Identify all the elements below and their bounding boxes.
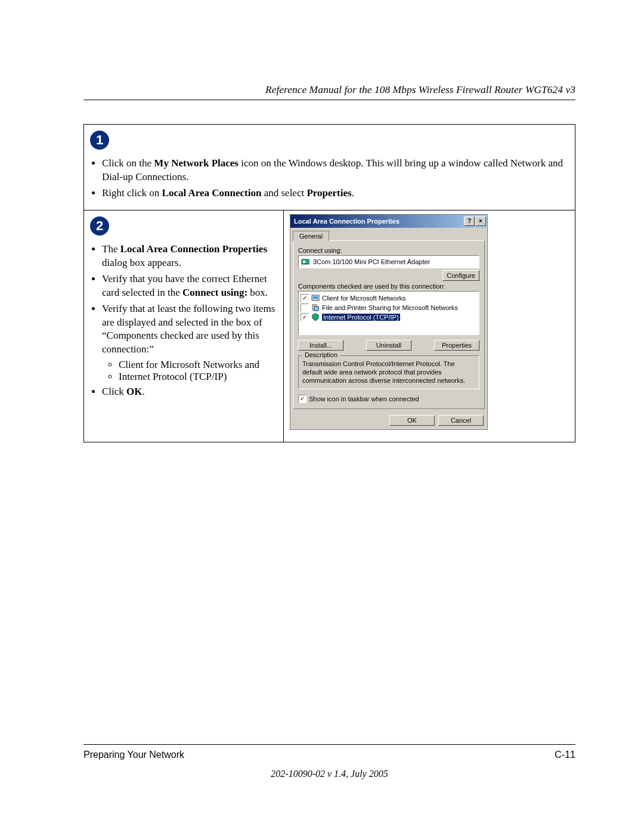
step-2-section: 2 The Local Area Connection Properties d… bbox=[84, 210, 575, 442]
cancel-button[interactable]: Cancel bbox=[438, 415, 484, 426]
step2-sub2: Internet Protocol (TCP/IP) bbox=[119, 371, 278, 383]
step-1-section: 1 Click on the My Network Places icon on… bbox=[84, 125, 575, 210]
step2-bullet2: Verify that you have the correct Etherne… bbox=[102, 272, 278, 300]
footer-section-name: Preparing Your Network bbox=[83, 750, 184, 760]
tab-general[interactable]: General bbox=[293, 231, 329, 241]
description-label: Description bbox=[302, 351, 340, 358]
content-box: 1 Click on the My Network Places icon on… bbox=[83, 124, 575, 442]
step-1-bullets: Click on the My Network Places icon on t… bbox=[94, 157, 569, 200]
step-2-dialog-col: Local Area Connection Properties ? × Gen… bbox=[284, 210, 575, 442]
step1-bullet1: Click on the My Network Places icon on t… bbox=[102, 157, 569, 184]
step-1-badge: 1 bbox=[90, 131, 109, 150]
properties-button[interactable]: Properties bbox=[434, 340, 479, 351]
step2-sub1: Client for Microsoft Networks and bbox=[119, 359, 278, 371]
adapter-name: 3Com 10/100 Mini PCI Ethernet Adapter bbox=[313, 258, 430, 265]
dialog-title: Local Area Connection Properties bbox=[294, 218, 464, 225]
list-item[interactable]: ✓ Internet Protocol (TCP/IP) bbox=[301, 312, 477, 322]
component-3-label-selected: Internet Protocol (TCP/IP) bbox=[322, 314, 400, 321]
protocol-icon bbox=[311, 313, 320, 321]
tab-strip: General bbox=[290, 228, 487, 240]
ok-button[interactable]: OK bbox=[389, 415, 435, 426]
page: Reference Manual for the 108 Mbps Wirele… bbox=[0, 0, 644, 833]
tab-page: Connect using: 3Com 10/100 Mini PCI Ethe… bbox=[293, 240, 485, 409]
components-listbox[interactable]: ✓ Client for Microsoft Networks File and… bbox=[298, 291, 479, 335]
header-rule bbox=[83, 100, 575, 100]
configure-button[interactable]: Configure bbox=[442, 270, 479, 281]
component-2-label: File and Printer Sharing for Microsoft N… bbox=[322, 304, 458, 311]
dialog-titlebar: Local Area Connection Properties ? × bbox=[290, 215, 487, 228]
dialog-footer-buttons: OK Cancel bbox=[290, 411, 487, 429]
svg-rect-1 bbox=[303, 261, 305, 263]
connect-using-label: Connect using: bbox=[298, 247, 479, 254]
checkbox-icon[interactable]: ✓ bbox=[298, 395, 306, 403]
footer-page-number: C-11 bbox=[555, 750, 575, 760]
page-footer: Preparing Your Network C-11 202-10090-02… bbox=[83, 744, 575, 779]
step-2-badge: 2 bbox=[90, 216, 109, 236]
step1-bullet2: Right click on Local Area Connection and… bbox=[102, 187, 569, 200]
list-item[interactable]: File and Printer Sharing for Microsoft N… bbox=[301, 303, 477, 312]
doc-version: 202-10090-02 v 1.4, July 2005 bbox=[83, 769, 575, 779]
list-item[interactable]: ✓ Client for Microsoft Networks bbox=[301, 293, 477, 303]
component-1-label: Client for Microsoft Networks bbox=[322, 295, 406, 302]
component-buttons: Install... Uninstall Properties bbox=[298, 340, 479, 351]
share-icon bbox=[311, 304, 320, 312]
close-button[interactable]: × bbox=[475, 216, 486, 226]
description-text: Transmission Control Protocol/Internet P… bbox=[302, 360, 475, 385]
nic-icon bbox=[301, 258, 309, 266]
help-button[interactable]: ? bbox=[464, 216, 475, 226]
properties-dialog: Local Area Connection Properties ? × Gen… bbox=[290, 214, 488, 430]
svg-rect-5 bbox=[314, 306, 318, 311]
install-button[interactable]: Install... bbox=[298, 340, 343, 351]
checkbox-icon[interactable] bbox=[301, 304, 309, 312]
step2-bullet1: The Local Area Connection Properties dia… bbox=[102, 243, 278, 270]
footer-rule bbox=[83, 744, 575, 745]
checkbox-icon[interactable]: ✓ bbox=[301, 294, 309, 302]
checkbox-icon[interactable]: ✓ bbox=[301, 313, 309, 321]
description-group: Description Transmission Control Protoco… bbox=[298, 355, 479, 389]
step2-bullet3: Verify that at least the following two i… bbox=[102, 302, 278, 357]
step2-sublist: Client for Microsoft Networks and Intern… bbox=[110, 359, 278, 383]
uninstall-button[interactable]: Uninstall bbox=[366, 340, 411, 351]
manual-title: Reference Manual for the 108 Mbps Wirele… bbox=[83, 83, 575, 96]
client-icon bbox=[311, 294, 320, 302]
show-icon-label: Show icon in taskbar when connected bbox=[309, 395, 419, 402]
show-icon-row[interactable]: ✓ Show icon in taskbar when connected bbox=[298, 394, 479, 404]
svg-rect-3 bbox=[313, 296, 318, 299]
components-label: Components checked are used by this conn… bbox=[298, 283, 479, 290]
step-2-text-col: 2 The Local Area Connection Properties d… bbox=[84, 210, 284, 442]
step-2-bullets: The Local Area Connection Properties dia… bbox=[94, 243, 278, 399]
step2-bullet4: Click OK. bbox=[102, 385, 278, 399]
adapter-field: 3Com 10/100 Mini PCI Ethernet Adapter bbox=[298, 255, 479, 268]
